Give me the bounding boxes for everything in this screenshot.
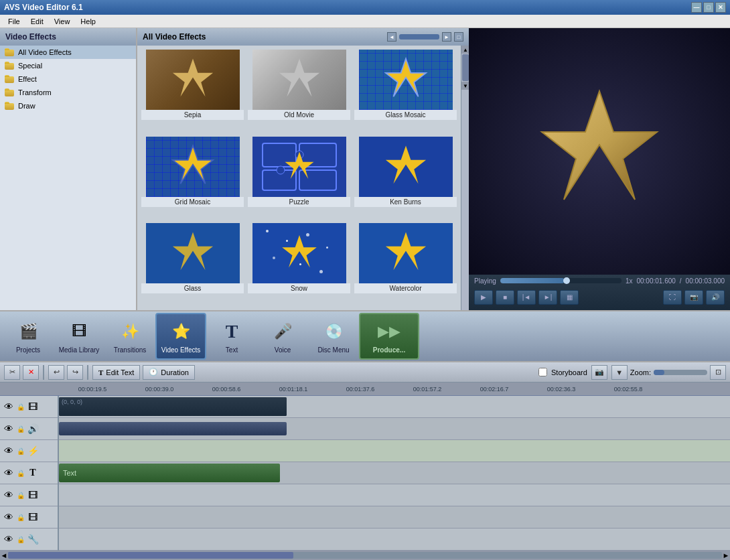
redo-button[interactable]: ↪ [67, 365, 83, 380]
effect-snow[interactable]: Snow [246, 222, 352, 307]
effect-old-movie[interactable]: Old Movie [246, 48, 352, 134]
ruler-mark: 00:02:36.3 [528, 386, 595, 393]
effect-glass-mosaic[interactable]: Glass Mosaic [353, 48, 458, 134]
overlay-icon: 🎞 [27, 512, 39, 522]
edit-text-button[interactable]: T Edit Text [92, 365, 140, 380]
track-label-video: 👁 🔒 🎞 [0, 396, 58, 418]
svg-marker-10 [285, 151, 313, 179]
progress-thumb[interactable] [563, 277, 570, 284]
separator [87, 365, 88, 380]
timeline-horizontal-scroll[interactable]: ◄ ► [0, 551, 730, 560]
undo-button[interactable]: ↩ [48, 365, 64, 380]
tracks-content: (0, 0, 0) Text [59, 396, 730, 551]
text-button[interactable]: T Text [206, 313, 257, 360]
scroll-right-button[interactable]: ► [442, 32, 451, 42]
menu-file[interactable]: File [3, 16, 25, 27]
sidebar-item-special[interactable]: Special [0, 59, 136, 72]
effect-grid-mosaic[interactable]: Grid Mosaic [140, 135, 245, 221]
scroll-left-button[interactable]: ◄ [0, 551, 8, 559]
scroll-right-button[interactable]: ► [722, 551, 730, 559]
progress-fill [500, 278, 565, 283]
text-clip[interactable]: Text [59, 464, 280, 482]
fullscreen-button[interactable]: ⛶ [663, 290, 682, 305]
text-label: Text [226, 346, 238, 354]
timeline-ruler: 00:00:19.5 00:00:39.0 00:00:58.6 00:01:1… [0, 382, 730, 396]
menu-help[interactable]: Help [75, 16, 101, 27]
minimize-button[interactable]: — [691, 2, 702, 13]
camera-button[interactable]: 📷 [591, 365, 607, 380]
effect-puzzle[interactable]: Puzzle [246, 135, 352, 221]
left-panel: Video Effects All Video Effects Special … [0, 28, 137, 310]
lock-icon: 🔒 [17, 536, 25, 543]
delete-button[interactable]: ✕ [23, 365, 39, 380]
close-button[interactable]: ✕ [715, 2, 726, 13]
maximize-button[interactable]: □ [703, 2, 714, 13]
video-clip[interactable]: (0, 0, 0) [59, 397, 287, 416]
timeline-settings-button[interactable]: ▼ [611, 365, 628, 380]
zoom-fit-button[interactable]: ⊡ [710, 365, 726, 380]
svg-marker-13 [282, 235, 317, 268]
track-label-overlay1: 👁 🔒 🎞 [0, 484, 58, 506]
effect-watercolor[interactable]: Watercolor [353, 222, 458, 307]
overlay-icon: 🎞 [27, 490, 39, 500]
track-labels: 👁 🔒 🎞 👁 🔒 🔊 👁 🔒 ⚡ 👁 [0, 396, 59, 551]
video-effects-button[interactable]: ⭐ Video Effects [155, 313, 206, 360]
transport-buttons: ▶ ■ |◄ ►| ▦ ⛶ 📷 🔊 [474, 287, 725, 307]
scroll-up-arrow[interactable]: ▲ [461, 46, 469, 54]
projects-button[interactable]: 🎬 Projects [3, 313, 54, 360]
disc-menu-button[interactable]: 💿 Disc Menu [308, 313, 359, 360]
sidebar-item-draw[interactable]: Draw [0, 99, 136, 113]
transitions-button[interactable]: ✨ Transitions [104, 313, 155, 360]
transitions-label: Transitions [114, 346, 147, 354]
window-controls[interactable]: — □ ✕ [691, 2, 726, 13]
folder-icon [4, 101, 15, 111]
stop-button[interactable]: ■ [496, 290, 514, 305]
menu-view[interactable]: View [49, 16, 76, 27]
effect-label: Glass Mosaic [354, 110, 457, 120]
video-effects-label: Video Effects [161, 346, 201, 354]
sidebar-item-effect[interactable]: Effect [0, 72, 136, 86]
menu-edit[interactable]: Edit [25, 16, 49, 27]
film-icon: 🎞 [27, 401, 39, 412]
svg-marker-3 [172, 145, 212, 184]
preview-star-icon [532, 84, 666, 218]
scroll-thumb[interactable] [462, 54, 469, 81]
next-button[interactable]: ►| [538, 290, 557, 305]
snapshot-button[interactable]: 📷 [684, 290, 703, 305]
effect-glass[interactable]: Glass [140, 222, 245, 307]
media-library-button[interactable]: 🎞 Media Library [54, 313, 104, 360]
cut-button[interactable]: ✂ [4, 365, 20, 380]
audio-clip[interactable] [59, 422, 287, 435]
prev-button[interactable]: |◄ [517, 290, 536, 305]
volume-button[interactable]: 🔊 [706, 290, 725, 305]
sidebar-title: Video Effects [0, 28, 136, 46]
star-icon [169, 56, 216, 103]
effects-scrollbar[interactable]: ▲ ▼ [461, 46, 469, 310]
scroll-down-arrow[interactable]: ▼ [461, 82, 469, 90]
separator [43, 365, 44, 380]
sidebar-item-all-effects[interactable]: All Video Effects [0, 46, 136, 59]
lock-icon: 🔒 [17, 492, 25, 499]
zoom-track[interactable] [654, 370, 707, 375]
progress-track[interactable] [500, 278, 622, 283]
svg-marker-15 [542, 91, 657, 200]
produce-button[interactable]: ▶▶ Produce... [359, 313, 419, 360]
folder-icon [4, 48, 15, 57]
maximize-panel-button[interactable]: □ [454, 32, 463, 42]
storyboard-checkbox[interactable] [538, 368, 547, 376]
play-button[interactable]: ▶ [474, 290, 493, 305]
timeline-tracks: 👁 🔒 🎞 👁 🔒 🔊 👁 🔒 ⚡ 👁 [0, 396, 730, 551]
effect-sepia[interactable]: Sepia [140, 48, 245, 134]
scroll-controls[interactable]: ◄ ► □ [387, 32, 463, 42]
horizontal-scroll-thumb[interactable] [8, 552, 293, 559]
duration-button[interactable]: 🕐 Duration [143, 365, 195, 380]
menu-bar: File Edit View Help [0, 15, 730, 28]
effect-ken-burns[interactable]: Ken Burns [353, 135, 458, 221]
voice-button[interactable]: 🎤 Voice [257, 313, 308, 360]
eye-icon: 👁 [3, 401, 15, 412]
frame-button[interactable]: ▦ [560, 290, 579, 305]
sidebar-item-transform[interactable]: Transform [0, 86, 136, 99]
total-time: 00:00:03.000 [686, 277, 725, 285]
speed-label: 1x [626, 277, 633, 285]
scroll-left-button[interactable]: ◄ [387, 32, 396, 42]
